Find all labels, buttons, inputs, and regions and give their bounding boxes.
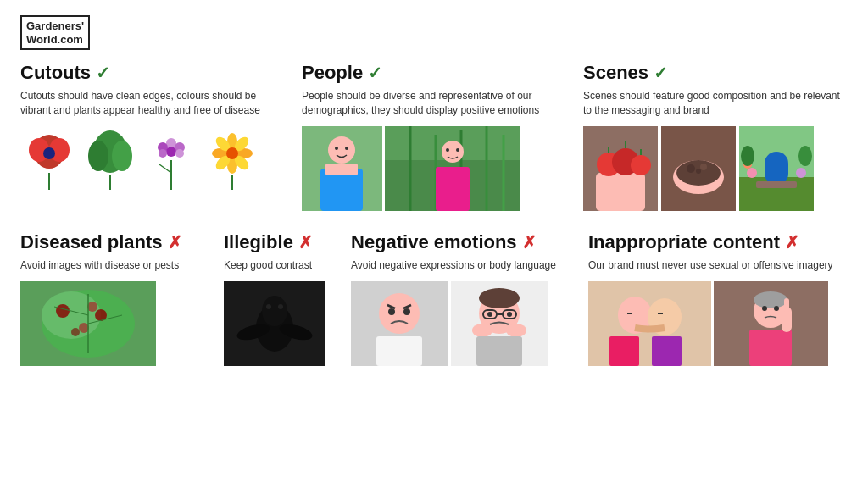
svg-point-105 (487, 312, 492, 317)
svg-point-76 (56, 304, 70, 318)
people-img-man (302, 126, 382, 211)
svg-point-30 (226, 147, 238, 159)
people-images (302, 126, 566, 211)
illegible-cross-icon: ✗ (298, 232, 313, 252)
svg-point-107 (472, 324, 492, 337)
negative-cross-icon: ✗ (522, 232, 537, 252)
svg-rect-126 (784, 298, 789, 313)
svg-point-123 (774, 306, 779, 311)
svg-point-36 (345, 147, 348, 150)
svg-point-8 (88, 141, 108, 171)
svg-point-108 (506, 324, 526, 337)
cutout-herb (81, 126, 139, 190)
svg-rect-65 (765, 152, 788, 186)
svg-point-110 (479, 288, 520, 308)
cutouts-title: Cutouts ✓ (20, 62, 285, 84)
svg-rect-50 (596, 173, 645, 211)
svg-point-106 (507, 312, 512, 317)
scenes-check-icon: ✓ (654, 63, 668, 83)
negative-images (351, 281, 571, 366)
svg-point-71 (798, 146, 812, 166)
illegible-desc: Keep good contrast (224, 258, 334, 273)
section-scenes: Scenes ✓ Scenes should feature good comp… (583, 62, 848, 211)
people-label: People (302, 62, 363, 84)
scenes-title: Scenes ✓ (583, 62, 848, 84)
svg-point-35 (335, 147, 338, 150)
section-people: People ✓ People should be diverse and re… (302, 62, 566, 211)
svg-point-33 (328, 136, 355, 164)
svg-point-48 (456, 148, 459, 152)
people-desc: People should be diverse and representat… (302, 89, 566, 118)
scenes-label: Scenes (583, 62, 648, 84)
scenes-images (583, 126, 848, 211)
negative-title: Negative emotions ✗ (351, 231, 571, 253)
people-title: People ✓ (302, 62, 566, 84)
svg-point-79 (71, 328, 80, 336)
logo-line1: Gardeners' (26, 19, 84, 33)
svg-point-80 (87, 302, 97, 312)
svg-point-98 (403, 308, 410, 315)
cutouts-desc: Cutouts should have clean edges, colours… (20, 89, 285, 118)
logo-line2: World.com (26, 33, 84, 47)
cutout-marigold (203, 126, 261, 190)
people-img-woman-garden (385, 126, 520, 211)
diseased-label: Diseased plants (20, 231, 163, 253)
diseased-cross-icon: ✗ (168, 232, 182, 252)
svg-point-89 (278, 304, 283, 309)
svg-point-70 (741, 146, 754, 166)
svg-point-77 (79, 323, 89, 333)
illegible-title: Illegible ✗ (224, 231, 334, 253)
inappropriate-desc: Our brand must never use sexual or offen… (588, 258, 834, 273)
svg-rect-124 (749, 330, 792, 366)
cutouts-check-icon: ✓ (96, 63, 110, 83)
svg-point-45 (442, 141, 464, 163)
svg-point-17 (159, 149, 167, 158)
svg-rect-116 (609, 336, 639, 366)
svg-point-62 (696, 169, 701, 174)
svg-point-61 (700, 164, 707, 170)
row1-grid: Cutouts ✓ Cutouts should have clean edge… (20, 62, 848, 228)
inappropriate-images (588, 281, 834, 366)
svg-rect-117 (652, 336, 682, 366)
section-inappropriate: Inappropriate content ✗ Our brand must n… (588, 231, 834, 369)
logo: Gardeners' World.com (20, 15, 90, 50)
inappropriate-title: Inappropriate content ✗ (588, 231, 834, 253)
scene-soil (661, 126, 736, 211)
svg-point-87 (262, 296, 287, 326)
svg-point-68 (796, 168, 806, 178)
section-illegible: Illegible ✗ Keep good contrast (224, 231, 334, 369)
section-diseased: Diseased plants ✗ Avoid images with dise… (20, 231, 207, 369)
svg-rect-46 (436, 167, 470, 211)
scenes-desc: Scenes should feature good composition a… (583, 89, 848, 118)
diseased-desc: Avoid images with disease or pests (20, 258, 207, 273)
people-check-icon: ✓ (368, 63, 382, 83)
cutouts-label: Cutouts (20, 62, 91, 84)
svg-point-47 (446, 148, 449, 152)
diseased-title: Diseased plants ✗ (20, 231, 207, 253)
svg-point-9 (112, 141, 132, 171)
cutout-verbena (142, 126, 200, 190)
scene-garden (739, 126, 814, 211)
negative-label: Negative emotions (351, 231, 517, 253)
svg-point-88 (266, 304, 271, 309)
cutout-poppy (20, 126, 78, 190)
inappropriate-label: Inappropriate content (588, 231, 780, 253)
section-negative: Negative emotions ✗ Avoid negative expre… (351, 231, 571, 369)
svg-rect-109 (476, 336, 522, 366)
svg-point-75 (42, 291, 101, 339)
svg-point-16 (175, 149, 184, 158)
svg-point-121 (754, 291, 787, 308)
cutouts-images (20, 126, 285, 190)
svg-point-67 (747, 168, 757, 178)
svg-point-97 (388, 308, 395, 315)
illegible-images (224, 281, 334, 369)
svg-point-60 (687, 164, 695, 173)
inappropriate-cross-icon: ✗ (785, 232, 799, 252)
diseased-images (20, 281, 207, 369)
svg-point-15 (166, 147, 176, 157)
svg-point-53 (631, 155, 651, 175)
section-cutouts: Cutouts ✓ Cutouts should have clean edge… (20, 62, 285, 211)
page: Gardeners' World.com Cutouts ✓ Cutouts s… (0, 0, 868, 402)
svg-point-122 (762, 306, 767, 311)
svg-rect-66 (756, 181, 797, 188)
